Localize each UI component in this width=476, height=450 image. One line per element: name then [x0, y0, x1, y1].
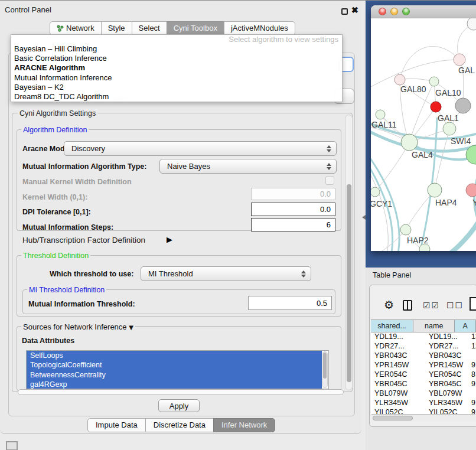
scrollbar-thumb[interactable]: [373, 416, 413, 420]
kernel-width-field[interactable]: 0.0: [251, 188, 335, 200]
mi-threshold-field[interactable]: 0.5: [248, 296, 332, 310]
node-pink-top[interactable]: [454, 54, 465, 66]
tab-cyni-toolbox[interactable]: Cyni Toolbox: [167, 21, 224, 35]
which-threshold-select[interactable]: MI Threshold: [141, 266, 311, 281]
tab-impute-data[interactable]: Impute Data: [87, 418, 146, 432]
table-row[interactable]: YDR27...YDR27...12: [371, 342, 476, 351]
node-GAL80[interactable]: [395, 74, 405, 85]
node-GAL4[interactable]: [401, 134, 418, 151]
node-HAP2[interactable]: [400, 224, 411, 235]
table-row[interactable]: YDL19...YDL19...13: [371, 332, 476, 342]
dropdown-item[interactable]: Bayesian – Hill Climbing: [11, 44, 342, 54]
data-attributes-list[interactable]: SelfLoopsTopologicalCoefficientBetweenne…: [26, 350, 329, 389]
checked-boxes-icon[interactable]: ☑☑: [423, 301, 440, 310]
which-threshold-value: MI Threshold: [148, 269, 193, 278]
table-row[interactable]: YLR345WYLR345W9.: [371, 399, 476, 408]
sources-group-title[interactable]: Sources for Network Inference ▼: [21, 322, 135, 331]
float-window-icon[interactable]: [341, 8, 348, 15]
node-GAL10[interactable]: [429, 77, 439, 86]
table-cell: YBR043C: [371, 351, 424, 361]
table-cell: YBL079W: [424, 389, 471, 399]
table-row[interactable]: YER054CYER054C8.: [371, 370, 476, 380]
node-GAL1[interactable]: [443, 122, 456, 135]
dropdown-item[interactable]: Dream8 DC_TDC Algorithm: [11, 92, 342, 102]
attribute-item[interactable]: BetweennessCentrality: [27, 370, 322, 380]
node-left-green[interactable]: [376, 110, 385, 119]
dropdown-item[interactable]: Basic Correlation Inference: [11, 54, 342, 63]
table-cell: YBR043C: [424, 351, 471, 361]
minimized-panel-icon[interactable]: [6, 441, 18, 450]
table-cell: [471, 389, 476, 399]
dpi-tolerance-label: DPI Tolerance [0,1]:: [22, 208, 91, 216]
node-HAP4[interactable]: [428, 183, 442, 197]
tab-network[interactable]: Network: [50, 21, 102, 35]
hub-definition-label[interactable]: Hub/Transcription Factor Definition: [22, 236, 145, 244]
table-cell: YBR045C: [424, 380, 471, 389]
dpi-tolerance-field[interactable]: 0.0: [251, 203, 335, 216]
attribute-item[interactable]: SelfLoops: [27, 351, 322, 360]
node-top-partial[interactable]: [467, 18, 476, 30]
document-icon[interactable]: [470, 297, 476, 311]
attribute-item[interactable]: gal4RGexp: [27, 380, 322, 389]
tab-infer-network[interactable]: Infer Network: [213, 418, 275, 432]
table-body: YDL19...YDL19...13YDR27...YDR27...12YBR0…: [371, 332, 476, 414]
column-header-shared[interactable]: shared...: [371, 320, 413, 332]
settings-vertical-scrollbar[interactable]: [345, 115, 353, 390]
cyni-group-title: Cyni Algorithm Settings: [18, 109, 97, 118]
columns-icon[interactable]: [403, 300, 412, 311]
manual-kernel-checkbox[interactable]: [325, 176, 334, 185]
table-cell: [471, 351, 476, 361]
network-edge[interactable]: [428, 218, 476, 251]
table-cell: YLR345W: [424, 399, 471, 408]
combo-spinner-icon: [327, 145, 331, 152]
table-horizontal-scrollbar[interactable]: [371, 414, 475, 421]
expand-arrow-icon[interactable]: ▶: [167, 235, 172, 244]
mi-steps-field[interactable]: 6: [251, 218, 335, 231]
node-GCY1[interactable]: [371, 187, 380, 197]
table-row[interactable]: YPR145WYPR145W9.: [371, 361, 476, 370]
dropdown-item[interactable]: Mutual Information Inference: [11, 73, 342, 83]
tab-select[interactable]: Select: [132, 21, 167, 35]
table-row[interactable]: YBR045CYBR045C9.: [371, 380, 476, 389]
mi-threshold-group-title: MI Threshold Definition: [27, 286, 106, 294]
node-gray[interactable]: [455, 98, 471, 113]
close-window-button[interactable]: [379, 8, 386, 15]
mi-type-select[interactable]: Naive Bayes: [159, 159, 337, 174]
table-cell: YIL052C: [424, 408, 471, 414]
column-header-A[interactable]: A: [455, 320, 476, 332]
dropdown-item[interactable]: ARACNE Algorithm: [11, 63, 342, 73]
settings-horizontal-scrollbar[interactable]: [18, 389, 344, 395]
network-canvas[interactable]: GALGAL80GAL10GAL11GAL1SWI4GAL4GCY1HAP4YH…: [371, 18, 476, 251]
table-cell: YER054C: [424, 370, 471, 380]
attributes-scrollbar[interactable]: [322, 351, 328, 388]
tab-style[interactable]: Style: [101, 21, 132, 35]
dropdown-item[interactable]: Bayesian – K2: [11, 83, 342, 92]
network-edge[interactable]: [375, 142, 409, 192]
tab-discretize-data[interactable]: Discretize Data: [145, 418, 214, 432]
minimize-window-button[interactable]: [390, 8, 398, 15]
table-row[interactable]: YBR043CYBR043C: [371, 351, 476, 361]
collapse-arrow-icon[interactable]: ▼: [129, 324, 133, 331]
sources-title-text: Sources for Network Inference: [23, 322, 127, 331]
column-header-name[interactable]: name: [413, 320, 455, 332]
node-red[interactable]: [431, 102, 441, 112]
zoom-window-button[interactable]: [402, 8, 410, 15]
algorithm-definition-title: Algorithm Definition: [21, 126, 89, 134]
apply-button[interactable]: Apply: [158, 399, 200, 412]
node-label-GAL80: GAL80: [400, 84, 426, 94]
unchecked-boxes-icon[interactable]: ☐☐: [446, 301, 464, 310]
scrollbar-thumb[interactable]: [323, 353, 327, 379]
table-row[interactable]: YBL079WYBL079W: [371, 389, 476, 399]
attribute-item[interactable]: TopologicalCoefficient: [27, 360, 322, 370]
node-right-pink[interactable]: [466, 184, 476, 197]
table-cell: YDR27...: [371, 342, 424, 351]
table-cell: 9.: [471, 408, 476, 414]
aracne-mode-select[interactable]: Discovery: [64, 141, 337, 156]
close-icon[interactable]: ✖: [351, 5, 358, 15]
network-edge[interactable]: [371, 60, 459, 88]
scrollbar-thumb[interactable]: [347, 184, 351, 382]
gear-icon[interactable]: ⚙: [384, 298, 394, 311]
network-window-titlebar[interactable]: [371, 5, 476, 18]
tab-jactivemnodules[interactable]: jActiveMNodules: [224, 21, 295, 35]
table-row[interactable]: YIL052CYIL052C9.: [371, 408, 476, 414]
